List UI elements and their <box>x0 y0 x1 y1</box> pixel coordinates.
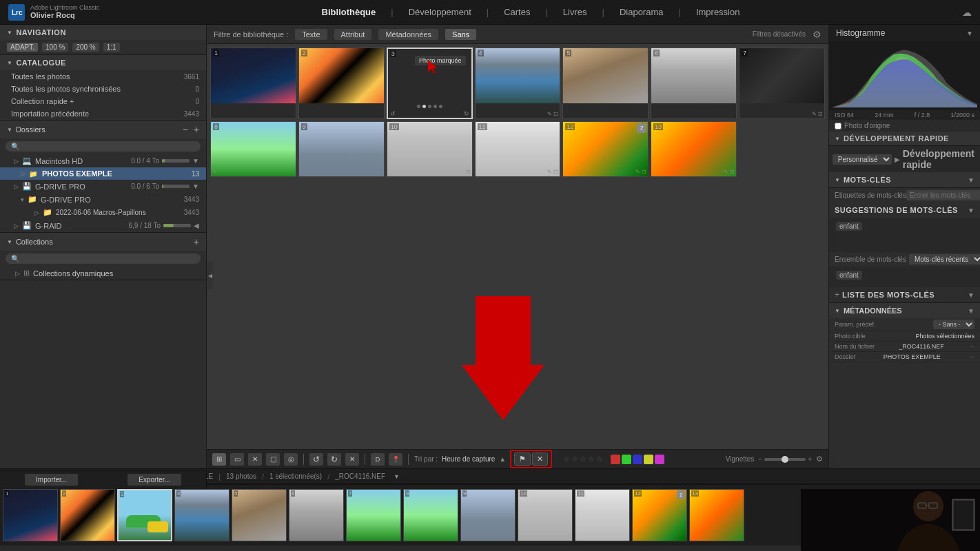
star-5[interactable]: ☆ <box>596 455 603 464</box>
cloud-sync-icon[interactable]: ☁ <box>962 7 972 18</box>
filter-attribut-btn[interactable]: Attribut <box>334 29 372 40</box>
filmstrip-cell-1[interactable]: 1 <box>3 489 58 541</box>
photo-cell-9[interactable]: 9 <box>298 121 385 178</box>
nav-livres[interactable]: Livres <box>560 6 590 19</box>
filmstrip-cell-12[interactable]: 12 2 <box>632 489 687 541</box>
filmstrip-cell-7[interactable]: 7 <box>346 489 401 541</box>
keywords-list-add-icon[interactable]: + <box>835 290 839 300</box>
color-flag-green[interactable] <box>622 455 631 464</box>
view-compare-btn[interactable]: ✕ <box>248 453 262 466</box>
left-panel-fold-toggle[interactable]: ◀ <box>207 262 214 289</box>
dossiers-remove-btn[interactable]: + <box>194 124 199 135</box>
catalog-all-photos[interactable]: Toutes les photos 3661 <box>0 70 206 83</box>
photo-cell-11[interactable]: 11 ✎ ⊡ <box>475 121 561 178</box>
import-button[interactable]: Importer... <box>25 474 78 486</box>
nav-developpement[interactable]: Développement <box>406 6 474 19</box>
metadata-preset-select[interactable]: - Sans - <box>933 320 974 329</box>
delete-btn[interactable]: ✕ <box>345 453 359 466</box>
catalogue-header[interactable]: ▼ Catalogue <box>0 55 206 70</box>
mots-cles-input[interactable] <box>906 190 980 200</box>
photo-cell-8[interactable]: 8 ✎ <box>210 121 296 178</box>
view-survey-btn[interactable]: ▢ <box>266 453 280 466</box>
filter-texte-btn[interactable]: Texte <box>295 29 327 40</box>
metadata-filename-edit-icon[interactable]: → <box>968 343 974 350</box>
suggestion-tag-enfant[interactable]: enfant <box>836 222 862 231</box>
metadata-menu-icon[interactable]: ▼ <box>968 307 974 315</box>
toolbar-settings-icon[interactable]: ⚙ <box>816 455 823 464</box>
color-flag-blue[interactable] <box>633 455 642 464</box>
photo-cell-7[interactable]: 7 ✎ ⊡ <box>739 48 825 119</box>
photo-cell-12[interactable]: 12 2 ✎ ⊡ <box>562 121 649 178</box>
dossiers-add-btn[interactable]: − <box>183 124 188 135</box>
folder-gdrive-pro-folder[interactable]: ▾ 📁 G-DRIVE PRO 3443 <box>0 193 206 206</box>
filmstrip-cell-9[interactable]: 9 <box>460 489 515 541</box>
filter-metadonnees-btn[interactable]: Métadonnées <box>378 29 438 40</box>
filmstrip-cell-5[interactable]: 5 <box>232 489 287 541</box>
filmstrip-cell-6[interactable]: 6 <box>289 489 344 541</box>
star-4[interactable]: ☆ <box>588 455 595 464</box>
star-1[interactable]: ☆ <box>563 455 570 464</box>
nav-bibliotheque[interactable]: Bibliothèque <box>319 6 379 19</box>
collections-header[interactable]: ▼ Collections + <box>0 233 206 251</box>
nav-diaporama[interactable]: Diaporama <box>617 6 666 19</box>
photo-cell-4[interactable]: 4 ✎ ⊡ <box>475 48 561 119</box>
collections-search-input[interactable] <box>22 255 195 262</box>
collections-dynamic-item[interactable]: ▷ ⊞ Collections dynamiques <box>0 267 206 280</box>
filter-settings-icon[interactable]: ⚙ <box>813 29 821 40</box>
collections-add-btn[interactable]: + <box>194 236 199 247</box>
photo-cell-6[interactable]: 6 <box>651 48 737 119</box>
filmstrip-cell-4[interactable]: 4 <box>174 489 229 541</box>
metadata-folder-edit-icon[interactable]: → <box>968 353 974 360</box>
vignette-slider-track[interactable] <box>764 458 806 461</box>
zoom-100-btn[interactable]: 100 % <box>42 43 68 52</box>
sort-value[interactable]: Heure de capture <box>442 455 495 463</box>
photo-cell-3[interactable]: 3 Photo marquée <box>387 48 473 119</box>
photo-cell-10[interactable]: 10 ⊡ <box>387 121 473 178</box>
view-people-btn[interactable]: ◎ <box>284 453 298 466</box>
filter-sans-btn[interactable]: Sans <box>445 29 476 40</box>
flag-reject-btn[interactable]: ✕ <box>532 453 548 466</box>
filmstrip-cell-8[interactable]: 8 <box>403 489 458 541</box>
dossiers-search-input[interactable] <box>22 143 195 150</box>
photo-cell-13[interactable]: 13 ✎ ⊡ <box>651 121 737 178</box>
filmstrip-cell-13[interactable]: 13 <box>689 489 744 541</box>
filmstrip-cell-10[interactable]: 10 <box>518 489 573 541</box>
catalog-quick-collection[interactable]: Collection rapide + 0 <box>0 95 206 107</box>
flag-pick-btn[interactable]: ⚑ <box>514 453 531 466</box>
folder-gdrive-pro[interactable]: ▷ 💾 G-DRIVE PRO 0.0 / 6 To ▼ <box>0 180 206 193</box>
color-flag-purple[interactable] <box>655 455 664 464</box>
zoom-200-btn[interactable]: 200 % <box>72 43 99 52</box>
photo-cell-1[interactable]: 1 <box>210 48 296 119</box>
folder-graid[interactable]: ▷ 💾 G-RAID 6,9 / 18 To ◀ <box>0 219 206 232</box>
develop-btn[interactable]: D <box>371 453 385 466</box>
zoom-1to1-btn[interactable]: 1:1 <box>103 43 120 52</box>
suggestions-menu-icon[interactable]: ▼ <box>968 207 974 214</box>
histogram-menu-icon[interactable]: ▼ <box>966 30 973 37</box>
color-flag-yellow[interactable] <box>644 455 653 464</box>
view-loupe-btn[interactable]: ▭ <box>230 453 244 466</box>
recent-tag-enfant[interactable]: enfant <box>836 271 862 280</box>
vignette-slider-handle[interactable] <box>782 456 788 463</box>
sort-direction-icon[interactable]: ▲ <box>499 455 506 463</box>
navigator-header[interactable]: ▼ Navigation <box>0 25 206 40</box>
nav-impression[interactable]: Impression <box>693 6 743 19</box>
star-3[interactable]: ☆ <box>580 455 586 464</box>
map-btn[interactable]: 📍 <box>389 453 402 466</box>
mots-cles-header[interactable]: ▼ Mots-clés ▼ <box>829 172 980 188</box>
folder-macintosh-hd[interactable]: ▷ 💻 Macintosh HD 0.0 / 4 To ▼ <box>0 154 206 167</box>
filmstrip-cell-11[interactable]: 11 <box>575 489 630 541</box>
status-filename-expand-icon[interactable]: ▼ <box>394 473 400 480</box>
develop-preset-select[interactable]: Personnalisé <box>833 154 892 165</box>
photo-origine-checkbox[interactable] <box>835 123 841 129</box>
star-2[interactable]: ☆ <box>571 455 578 464</box>
color-flag-red[interactable] <box>611 455 620 464</box>
metadata-header[interactable]: ▼ Métadonnées ▼ <box>829 303 980 318</box>
folder-photos-exemple[interactable]: ▷ 📁 PHOTOS EXEMPLE 13 <box>0 167 206 180</box>
filmstrip-cell-2[interactable]: 2 <box>60 489 115 541</box>
dossiers-header[interactable]: ▼ Dossiers − + <box>0 121 206 138</box>
rotate-right-btn[interactable]: ↻ <box>327 453 341 466</box>
filmstrip-cell-3[interactable]: 3 <box>117 489 172 541</box>
keywords-list-menu-icon[interactable]: ▼ <box>968 291 974 299</box>
mots-cles-menu-icon[interactable]: ▼ <box>968 176 974 184</box>
develop-rapide-label-btn[interactable]: Développement rapide <box>903 148 974 170</box>
